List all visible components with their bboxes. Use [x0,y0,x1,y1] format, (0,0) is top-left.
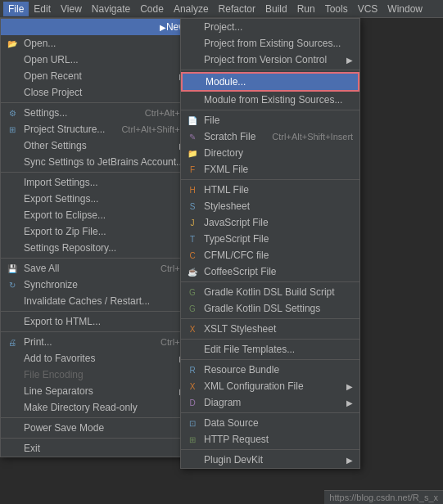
structure-icon: ⊞ [6,123,19,136]
file-menu-make-readonly[interactable]: Make Directory Read-only [1,399,192,416]
file-menu-export-html[interactable]: Export to HTML... [1,313,192,330]
scratch-shortcut: Ctrl+Alt+Shift+Insert [255,132,353,142]
sync-icon: ↻ [6,278,19,291]
file-menu-open-recent[interactable]: Open Recent ▶ [1,68,192,84]
file-menu-dropdown: ▶ New 📂 Open... Open URL... Open Recent … [0,18,193,457]
new-project-vcs[interactable]: Project from Version Control ▶ [181,52,359,68]
file-menu-export-eclipse[interactable]: Export to Eclipse... [1,207,192,223]
file-menu-print-label: Print... [24,336,52,348]
file-menu-invalidate-caches[interactable]: Invalidate Caches / Restart... [1,293,192,309]
file-menu-line-separators[interactable]: Line Separators ▶ [1,383,192,399]
file-menu-import-settings-label: Import Settings... [24,177,98,188]
menubar-file[interactable]: File [3,2,29,16]
new-coffeescript[interactable]: ☕ CoffeeScript File [181,263,359,280]
file-menu-open[interactable]: 📂 Open... [1,35,192,52]
file-menu-new[interactable]: ▶ New [1,19,192,35]
new-module-label: Module... [206,76,246,88]
new-submenu-dropdown: Project... Project from Existing Sources… [180,18,360,469]
file-menu-file-encoding-label: File Encoding [24,369,84,380]
menubar-edit[interactable]: Edit [29,2,56,16]
new-cfml[interactable]: C CFML/CFC file [181,247,359,263]
file-menu-print[interactable]: 🖨 Print... Ctrl+P [1,334,192,350]
file-menu-settings-repo[interactable]: Settings Repository... [1,240,192,256]
new-diagram-label: Diagram [204,397,241,408]
css-icon: S [186,200,199,213]
new-plugin-devkit-label: Plugin DevKit [204,454,263,466]
new-module[interactable]: Module... [181,72,359,92]
menubar-window[interactable]: Window [382,2,427,16]
file-menu-other-settings[interactable]: Other Settings ▶ [1,137,192,154]
file-menu-close-project[interactable]: Close Project [1,84,192,101]
new-http-request[interactable]: ⊞ HTTP Request [181,431,359,448]
menubar-build[interactable]: Build [260,2,292,16]
file-menu-export-zip[interactable]: Export to Zip File... [1,223,192,240]
new-edit-templates-label: Edit File Templates... [204,344,295,355]
separator-3 [1,258,192,259]
new-html-label: HTML File [204,184,249,196]
menubar-code[interactable]: Code [135,2,169,16]
new-gradle-settings[interactable]: G Gradle Kotlin DSL Settings [181,300,359,317]
new-edit-templates[interactable]: Edit File Templates... [181,341,359,358]
new-http-request-label: HTTP Request [204,434,269,445]
new-ts[interactable]: T TypeScript File [181,231,359,247]
new-html[interactable]: H HTML File [181,182,359,198]
file-menu-save-all[interactable]: 💾 Save All Ctrl+S [1,260,192,277]
new-diagram[interactable]: D Diagram ▶ [181,394,359,411]
file-menu-import-settings[interactable]: Import Settings... [1,174,192,191]
new-fxml[interactable]: F FXML File [181,161,359,178]
new-fxml-label: FXML File [204,164,248,175]
file-menu-settings[interactable]: ⚙ Settings... Ctrl+Alt+S [1,105,192,121]
new-xslt[interactable]: X XSLT Stylesheet [181,321,359,337]
new-file[interactable]: 📄 File [181,112,359,128]
menubar-navigate[interactable]: Navigate [87,2,135,16]
new-module-existing[interactable]: Module from Existing Sources... [181,92,359,108]
menubar-refactor[interactable]: Refactor [214,2,260,16]
new-project[interactable]: Project... [181,19,359,35]
separator-2 [1,172,192,173]
file-menu-add-favorites[interactable]: Add to Favorites ▶ [1,350,192,367]
file-menu-exit-label: Exit [24,443,40,454]
project-structure-shortcut: Ctrl+Alt+Shift+S [105,124,186,134]
new-xml-config[interactable]: X XML Configuration File ▶ [181,378,359,394]
menubar-vcs[interactable]: VCS [353,2,383,16]
new-datasource[interactable]: ⊡ Data Source [181,415,359,431]
new-stylesheet[interactable]: S Stylesheet [181,198,359,214]
file-menu-sync-settings[interactable]: Sync Settings to JetBrains Account... [1,154,192,170]
file-menu-project-structure[interactable]: ⊞ Project Structure... Ctrl+Alt+Shift+S [1,121,192,137]
file-menu-settings-repo-label: Settings Repository... [24,242,116,254]
file-menu-open-url[interactable]: Open URL... [1,52,192,68]
new-ts-label: TypeScript File [204,233,269,245]
submenu-arrow-new: ▶ [151,23,166,32]
new-project-vcs-label: Project from Version Control [204,54,327,65]
new-scratch-file[interactable]: ✎ Scratch File Ctrl+Alt+Shift+Insert [181,128,359,145]
submenu-arrow-devkit: ▶ [338,456,353,465]
new-directory[interactable]: 📁 Directory [181,145,359,161]
file-menu-power-save[interactable]: Power Save Mode [1,420,192,436]
file-menu-file-encoding: File Encoding [1,367,192,383]
menubar-run[interactable]: Run [292,2,320,16]
file-menu-add-favorites-label: Add to Favorites [24,353,95,364]
menubar-view[interactable]: View [56,2,87,16]
save-icon: 💾 [6,262,19,275]
new-js[interactable]: J JavaScript File [181,214,359,231]
new-gradle-build[interactable]: G Gradle Kotlin DSL Build Script [181,284,359,300]
file-menu-exit[interactable]: Exit [1,440,192,457]
new-resource-bundle[interactable]: R Resource Bundle [181,362,359,378]
file-menu-invalidate-caches-label: Invalidate Caches / Restart... [24,295,150,307]
file-menu-synchronize[interactable]: ↻ Synchronize [1,277,192,293]
menubar-tools[interactable]: Tools [320,2,353,16]
file-menu-export-settings[interactable]: Export Settings... [1,191,192,207]
gradle-build-icon: G [186,286,199,299]
new-project-existing[interactable]: Project from Existing Sources... [181,35,359,52]
coffee-icon: ☕ [186,265,199,278]
new-module-existing-label: Module from Existing Sources... [204,94,342,106]
new-plugin-devkit[interactable]: Plugin DevKit ▶ [181,452,359,468]
file-menu-line-separators-label: Line Separators [24,385,93,397]
new-sep-9 [181,449,359,450]
file-icon: 📄 [186,114,199,127]
js-icon: J [186,216,199,229]
new-sep-8 [181,412,359,413]
new-js-label: JavaScript File [204,217,269,228]
bottom-bar-text: https://blog.csdn.net/R_s_x [329,493,438,502]
menubar-analyze[interactable]: Analyze [169,2,214,16]
